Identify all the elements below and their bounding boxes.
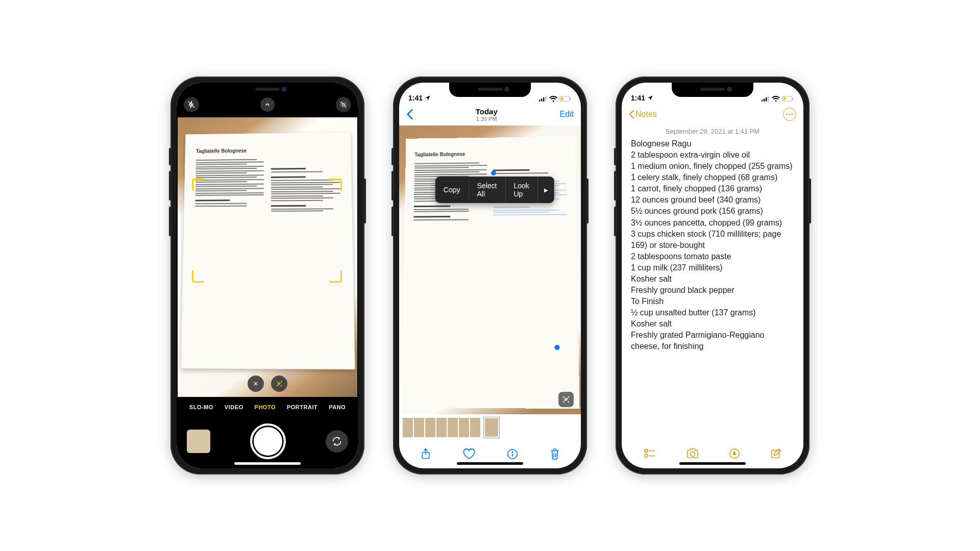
note-line[interactable]: 1 carrot, finely chopped (136 grams) (631, 183, 794, 194)
note-line[interactable]: Kosher salt (631, 318, 794, 330)
more-icon[interactable] (783, 108, 796, 121)
battery-icon (559, 96, 572, 102)
back-button[interactable]: Notes (629, 110, 657, 119)
live-text-toggle-icon[interactable] (558, 392, 574, 407)
compose-icon[interactable] (770, 448, 781, 459)
note-line[interactable]: To Finish (631, 296, 794, 307)
book-preview: Tagliatelle Bolognese (181, 132, 355, 369)
camera-mode-selector[interactable]: SLO-MO VIDEO PHOTO PORTRAIT PANO (177, 397, 358, 417)
live-text-corner-icon (330, 179, 342, 191)
svg-point-22 (512, 452, 513, 453)
svg-rect-14 (561, 97, 564, 101)
note-line[interactable]: Freshly grated Parmigiano-Reggiano chees… (631, 330, 794, 352)
note-line[interactable]: 1 cup milk (237 milliliters) (631, 262, 794, 273)
photos-navbar: Today 1:39 PM Edit (399, 103, 581, 126)
menu-select-all[interactable]: Select All (469, 177, 506, 203)
cellular-icon (762, 96, 770, 102)
svg-point-39 (690, 452, 695, 456)
thumbnail[interactable] (413, 417, 425, 438)
note-line[interactable]: 5½ ounces ground pork (156 grams) (631, 206, 794, 217)
svg-line-3 (341, 102, 347, 108)
location-icon (425, 95, 431, 101)
info-icon[interactable] (507, 448, 518, 460)
menu-look-up[interactable]: Look Up (505, 177, 537, 203)
status-time: 1:41 (408, 94, 423, 102)
live-text-corner-icon (192, 270, 204, 283)
photos-title: Today (476, 107, 498, 116)
thumbnail[interactable] (447, 417, 458, 438)
svg-rect-10 (541, 98, 542, 102)
book-title: Tagliatelle Bolognese (196, 148, 264, 154)
home-indicator[interactable] (457, 462, 523, 465)
flash-off-icon[interactable] (184, 97, 199, 112)
svg-rect-41 (772, 450, 779, 458)
svg-rect-28 (768, 96, 769, 101)
menu-copy[interactable]: Copy (435, 181, 469, 199)
note-line[interactable]: Bolognese Ragu (631, 138, 794, 149)
notes-navbar: Notes (622, 103, 803, 126)
favorite-heart-icon[interactable] (463, 448, 475, 460)
note-line[interactable]: 2 tablespoon extra-virgin olive oil (631, 149, 794, 161)
mode-slomo[interactable]: SLO-MO (189, 404, 213, 410)
camera-icon[interactable] (686, 448, 699, 459)
camera-options-chevron-icon[interactable] (260, 97, 275, 112)
mode-portrait[interactable]: PORTRAIT (287, 404, 317, 410)
shutter-button[interactable] (250, 423, 286, 459)
selection-start-handle[interactable] (491, 170, 496, 176)
note-line[interactable]: 3 cups chicken stock (710 milliliters; p… (631, 229, 794, 251)
last-photo-thumbnail[interactable] (187, 430, 210, 453)
trash-icon[interactable] (550, 448, 560, 460)
thumbnail[interactable] (458, 417, 470, 438)
svg-rect-30 (783, 97, 786, 101)
notch (449, 83, 531, 97)
home-indicator[interactable] (234, 462, 301, 465)
wifi-icon (549, 96, 557, 102)
svg-rect-12 (545, 96, 546, 101)
svg-point-32 (786, 113, 788, 115)
live-text-detect-button[interactable] (271, 375, 287, 392)
mode-photo[interactable]: PHOTO (255, 404, 276, 410)
note-line[interactable]: ½ cup unsalted butter (137 grams) (631, 307, 794, 318)
svg-point-33 (789, 113, 790, 115)
back-button[interactable] (406, 109, 413, 120)
note-line[interactable]: 1 medium onion, finely chopped (255 gram… (631, 161, 794, 172)
note-line[interactable]: 1 celery stalk, finely chopped (68 grams… (631, 172, 794, 183)
note-line[interactable]: 3½ ounces pancetta, chopped (99 grams) (631, 217, 794, 229)
camera-viewfinder[interactable]: Tagliatelle Bolognese (178, 117, 357, 397)
svg-rect-15 (570, 97, 571, 99)
markup-icon[interactable] (729, 448, 740, 459)
note-line[interactable]: 2 tablespoons tomato paste (631, 251, 794, 262)
photo-thumbnail-strip[interactable] (399, 414, 581, 441)
close-corrections-button[interactable] (248, 375, 264, 392)
svg-rect-26 (764, 98, 765, 102)
edit-button[interactable]: Edit (559, 110, 574, 119)
back-label: Notes (635, 110, 657, 119)
live-photo-off-icon[interactable] (336, 97, 351, 112)
thumbnail[interactable] (402, 417, 413, 438)
photos-subtitle: 1:39 PM (476, 116, 498, 122)
svg-point-34 (791, 113, 793, 115)
selection-end-handle[interactable] (554, 345, 559, 350)
book-title: Tagliatelle Bolognese (414, 151, 487, 157)
menu-more-arrow-icon[interactable]: ▶ (538, 182, 554, 198)
thumbnail[interactable] (436, 417, 447, 438)
note-line[interactable]: Freshly ground black pepper (631, 285, 794, 296)
cellular-icon (539, 96, 547, 102)
text-context-menu: Copy Select All Look Up ▶ (435, 177, 554, 203)
photo-viewer[interactable]: Tagliatelle Bolognese (399, 126, 581, 414)
thumbnail[interactable] (470, 417, 481, 438)
svg-rect-31 (793, 97, 794, 99)
home-indicator[interactable] (679, 462, 746, 465)
thumbnail-active[interactable] (484, 417, 499, 438)
note-body[interactable]: Bolognese Ragu2 tablespoon extra-virgin … (622, 138, 803, 441)
note-line[interactable]: 12 ounces ground beef (340 grams) (631, 194, 794, 206)
thumbnail[interactable] (425, 417, 436, 438)
mode-pano[interactable]: PANO (329, 404, 346, 410)
share-icon[interactable] (420, 448, 431, 460)
switch-camera-button[interactable] (326, 430, 348, 453)
note-line[interactable]: Kosher salt (631, 273, 794, 285)
checklist-icon[interactable] (644, 448, 656, 459)
live-text-corner-icon (330, 270, 342, 283)
mode-video[interactable]: VIDEO (225, 404, 243, 410)
phone-1-camera: Tagliatelle Bolognese (170, 77, 364, 474)
